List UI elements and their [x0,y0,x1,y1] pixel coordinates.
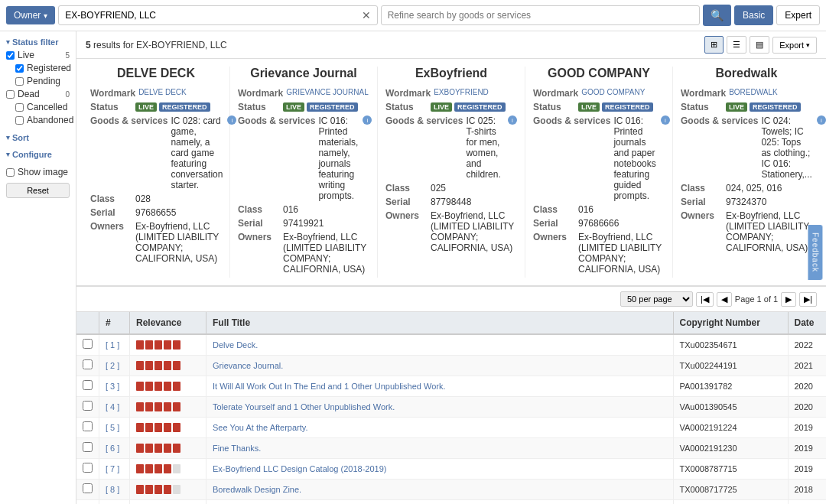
pending-label: Pending [27,76,60,86]
grid-view-button[interactable]: ⊞ [704,36,724,54]
abandoned-checkbox[interactable] [15,116,24,125]
expert-mode-button[interactable]: Expert [776,5,820,25]
info-icon[interactable]: i [363,115,372,125]
tm-link[interactable]: GRIEVANCE JOURNAL [286,88,369,99]
row-num-link[interactable]: [ 6 ] [106,444,119,453]
status-badge: LIVE [726,102,747,112]
row-title-cell: Fine Thanks. [206,438,674,459]
title-link[interactable]: Boredwalk Design Zine. [213,485,301,494]
status-label: Status [681,102,723,112]
title-link[interactable]: See You At the Afterparty. [213,423,308,432]
status-label: Status [90,102,132,112]
clear-button[interactable]: ✕ [362,9,371,21]
status-badge: REGISTERED [307,102,358,112]
tm-wordmark-field: Wordmark DELVE DECK [90,88,222,99]
first-page-button[interactable]: |◀ [696,292,714,307]
date-value: 2019 [795,444,813,453]
tm-serial-field: Serial 97419921 [238,218,369,229]
cancelled-checkbox[interactable] [15,103,24,112]
row-checkbox[interactable] [83,442,93,452]
row-num-link[interactable]: [ 1 ] [106,340,119,350]
title-link[interactable]: Grievance Journal. [213,361,283,370]
row-num-link[interactable]: [ 2 ] [106,361,119,370]
live-checkbox[interactable] [6,51,15,60]
tm-serial-field: Serial 97324370 [681,197,812,207]
row-title-cell: It Will All Work Out In The End and 1 Ot… [206,376,674,397]
class-value: 028 [135,193,222,204]
tm-link[interactable]: GOOD COMPANY [581,88,645,99]
search-input[interactable] [65,10,361,21]
goods-label: Goods & services [238,115,315,201]
row-num-link[interactable]: [ 8 ] [106,485,119,494]
row-num-link[interactable]: [ 5 ] [106,423,119,432]
title-link[interactable]: Ex-Boyfriend LLC Design Catalog (2018-20… [213,464,386,473]
search-button[interactable]: 🔍 [703,5,731,26]
row-checkbox[interactable] [83,401,93,411]
owner-button[interactable]: Owner [6,6,55,24]
configure-title[interactable]: Configure [6,150,70,159]
tm-wordmark-field: Wordmark GRIEVANCE JOURNAL [238,88,369,99]
pending-checkbox[interactable] [15,77,24,86]
compact-view-button[interactable]: ▤ [750,36,769,54]
export-button[interactable]: Export [772,37,817,54]
tm-goods-field: Goods & services IC 024: Towels; IC 025:… [681,115,812,180]
title-link[interactable]: It Will All Work Out In The End and 1 Ot… [213,382,445,391]
basic-mode-button[interactable]: Basic [734,5,773,25]
table-row: [ 5 ] See You At the Afterparty. VA00021… [76,418,826,438]
info-icon[interactable]: i [508,115,517,125]
title-link[interactable]: Tolerate Yourself and 1 Other Unpublishe… [213,402,395,411]
row-relevance-cell [130,376,206,397]
info-icon[interactable]: i [817,115,826,125]
registered-filter: Registered [15,63,70,73]
title-link[interactable]: Delve Deck. [213,340,258,350]
tm-goods-field: Goods & services IC 028: card game, name… [90,115,222,190]
date-value: 2018 [795,485,813,494]
tm-link[interactable]: EXBOYFRIEND [434,88,489,99]
serial-label: Serial [90,207,132,218]
row-num-link[interactable]: [ 7 ] [106,464,119,473]
row-checkbox[interactable] [83,380,93,390]
last-page-button[interactable]: ▶| [799,292,817,307]
copyright-number: TXu002244191 [680,361,737,370]
row-checkbox[interactable] [83,359,93,369]
row-date-cell: 2018 [788,480,826,500]
serial-label: Serial [385,197,428,207]
tm-link[interactable]: DELVE DECK [138,88,187,99]
row-checkbox[interactable] [83,339,93,349]
status-label: Status [533,102,575,112]
title-link[interactable]: Fine Thanks. [213,444,261,453]
relevance-block [164,340,171,350]
results-count: 5 results for EX-BOYFRIEND, LLC [86,40,227,50]
col-date: Date [788,312,826,334]
next-page-button[interactable]: ▶ [781,292,796,307]
feedback-tab[interactable]: Feedback [808,225,823,280]
serial-label: Serial [533,218,575,229]
row-num-link[interactable]: [ 4 ] [106,402,119,411]
info-icon[interactable]: i [661,115,670,125]
row-checkbox[interactable] [83,483,93,493]
row-checkbox-cell [76,418,99,438]
date-value: 2021 [795,361,813,370]
row-num-cell: [ 4 ] [99,397,130,418]
list-view-button[interactable]: ☰ [727,36,746,54]
goods-value: IC 024: Towels; IC 025: Tops as clothing… [761,115,811,180]
row-num-link[interactable]: [ 3 ] [106,382,119,391]
show-image-checkbox[interactable] [6,168,15,177]
row-relevance-cell [130,459,206,480]
row-date-cell: 2022 [788,334,826,356]
row-checkbox[interactable] [83,463,93,473]
dead-checkbox[interactable] [6,90,15,99]
class-value: 025 [431,183,517,193]
per-page-select[interactable]: 50 per page 25 per page 100 per page [620,291,693,307]
row-checkbox[interactable] [83,421,93,431]
registered-checkbox[interactable] [15,64,24,73]
copyright-number: VAu001390545 [680,402,737,411]
status-filter-title[interactable]: Status filter [6,37,70,47]
relevance-block [173,361,180,370]
relevance-block [173,485,180,494]
tm-link[interactable]: BOREDWALK [729,88,778,99]
prev-page-button[interactable]: ◀ [717,292,732,307]
reset-button[interactable]: Reset [6,183,70,198]
sort-title[interactable]: Sort [6,133,70,142]
refine-input[interactable] [381,5,700,25]
